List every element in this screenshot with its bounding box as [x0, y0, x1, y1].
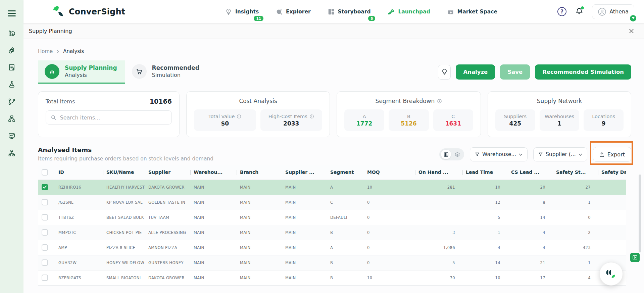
cell-safety_stock: 4 — [553, 270, 598, 285]
cell-branch: MAIN — [237, 180, 282, 195]
column-header-branch[interactable]: Branch — [237, 165, 282, 180]
audit-doc-icon[interactable] — [7, 63, 16, 72]
table-view-toggle[interactable] — [441, 150, 451, 159]
cell-on_hand: 281 — [415, 180, 462, 195]
table-row[interactable]: RZPRIGATSSMALL RIGATONIDAKOTA GROWERMAIN… — [38, 270, 626, 285]
cell-on_hand: 1,086 — [415, 240, 462, 255]
cell-warehouse: MAIN — [190, 225, 237, 240]
insight-board-icon[interactable] — [7, 29, 16, 38]
table-row[interactable]: /G2SNLKP NOVA LOX SALGOLDEN TASTE INMAIN… — [38, 195, 626, 210]
supplier-filter-dropdown[interactable]: Supplier (... — [533, 147, 587, 161]
analyze-button[interactable]: Analyze — [456, 64, 495, 80]
settings-gear-icon[interactable] — [7, 46, 16, 55]
total-items-card: Total Items 10166 — [38, 91, 180, 137]
cell-supplier: AMNON PIZZA — [145, 240, 190, 255]
cell-moq: 10 — [364, 270, 415, 285]
column-header-sku[interactable]: SKU/Name — [103, 165, 145, 180]
org-network-icon[interactable] — [7, 149, 16, 157]
version-branch-icon[interactable] — [7, 97, 16, 106]
nav-launchpad[interactable]: Launchpad — [387, 5, 430, 18]
column-header-warehouse[interactable]: Warehou... — [190, 165, 237, 180]
high-cost-items-tile: High-Cost Items 2033 — [260, 109, 323, 131]
cell-safety_days — [598, 210, 626, 225]
column-header-supplier[interactable]: Supplier — [145, 165, 190, 180]
cell-safety_days — [598, 225, 626, 240]
cell-supplier_branch: MAIN — [282, 180, 327, 195]
column-header-moq[interactable]: MOQ — [364, 165, 415, 180]
column-header-id[interactable]: ID — [55, 165, 103, 180]
row-checkbox[interactable] — [42, 184, 48, 190]
tab-recommended-simulation[interactable]: Recommended Simulation — [125, 60, 207, 84]
cell-supplier: TUV TAAM — [145, 210, 190, 225]
lab-flask-icon[interactable] — [7, 80, 16, 89]
info-icon[interactable] — [437, 99, 442, 104]
table-row[interactable]: TTBTSZBEET SALAD BULKTUV TAAMMAINMAINMAI… — [38, 210, 626, 225]
segment-breakdown-title: Segment Breakdown — [376, 98, 435, 104]
row-checkbox[interactable] — [42, 214, 48, 221]
nav-storyboard[interactable]: Storyboard 5 — [328, 5, 371, 18]
table-header-row: IDSKU/NameSupplierWarehou...BranchSuppli… — [38, 165, 626, 180]
row-checkbox[interactable] — [42, 275, 48, 281]
athena-chat-button[interactable] — [599, 262, 623, 286]
side-panel-toggle-button[interactable] — [630, 253, 640, 262]
items-search[interactable] — [46, 110, 172, 125]
table-row[interactable]: RZHHRO16HEALTHY HARVESTDAKOTA GROWERMAIN… — [38, 180, 626, 195]
main-content: Home Analysis Supply Planning Analysis R… — [23, 39, 644, 293]
export-button[interactable]: Export — [593, 147, 631, 162]
column-header-safety_stock[interactable]: Safety St... — [553, 165, 598, 180]
hierarchy-icon[interactable] — [7, 114, 16, 123]
column-header-lead_time[interactable]: Lead Time — [462, 165, 508, 180]
cell-sku: KP NOVA LOX SAL — [103, 195, 145, 210]
idea-lightbulb-button[interactable] — [438, 65, 451, 80]
warehouse-filter-dropdown[interactable]: Warehouse... — [470, 147, 528, 161]
column-header-cs_lead[interactable]: CS Lead ... — [508, 165, 553, 180]
info-icon[interactable] — [237, 114, 241, 119]
launchpad-rocket-icon — [387, 8, 395, 16]
table-row[interactable]: MMPOTCCHICKEN POT PIEALLE PROCESSINGMAIN… — [38, 225, 626, 240]
cell-safety_stock: 423 — [553, 240, 598, 255]
conversight-logo[interactable]: ConverSight — [52, 5, 125, 18]
column-header-safety_days[interactable]: Safety Da. — [598, 165, 626, 180]
row-checkbox[interactable] — [42, 229, 48, 236]
left-sidebar — [0, 0, 23, 293]
user-menu[interactable]: Athena — [592, 4, 634, 19]
close-icon[interactable] — [629, 29, 634, 34]
table-row[interactable]: AMPPIZZA 8 SLICEAMNON PIZZAMAINMAINMAINA… — [38, 240, 626, 255]
cell-sku: HEALTHY HARVEST — [103, 180, 145, 195]
cell-cs_lead: 20 — [508, 180, 553, 195]
info-icon[interactable] — [309, 114, 314, 119]
cell-id: TTBTSZ — [55, 210, 103, 225]
column-header-on_hand[interactable]: On Hand ... — [415, 165, 462, 180]
search-input[interactable] — [60, 114, 167, 121]
row-checkbox[interactable] — [42, 259, 48, 266]
layers-view-toggle[interactable] — [452, 150, 462, 159]
cell-lead_time: 10 — [462, 180, 508, 195]
cell-warehouse: MAIN — [190, 255, 237, 270]
cell-warehouse: MAIN — [190, 270, 237, 285]
breadcrumb-home[interactable]: Home — [38, 48, 53, 54]
tab-supply-planning-analysis[interactable]: Supply Planning Analysis — [38, 60, 125, 84]
help-icon[interactable]: ? — [557, 7, 566, 16]
view-toggle-group — [439, 148, 464, 160]
presentation-chart-icon[interactable] — [7, 132, 16, 140]
column-header-segment[interactable]: Segment — [327, 165, 364, 180]
select-all-checkbox[interactable] — [42, 169, 48, 176]
chevron-down-icon — [630, 15, 636, 21]
cell-moq: 0 — [364, 240, 415, 255]
row-checkbox[interactable] — [42, 244, 48, 251]
cell-supplier_branch: MAIN — [282, 255, 327, 270]
vertical-scrollbar[interactable] — [639, 175, 641, 252]
notifications-bell-icon[interactable] — [575, 7, 583, 16]
nav-explorer[interactable]: Explorer — [276, 5, 310, 18]
cell-cs_lead: 8 — [508, 195, 553, 210]
nav-market-space[interactable]: Market Space — [447, 5, 497, 18]
save-button[interactable]: Save — [500, 64, 530, 80]
row-checkbox[interactable] — [42, 199, 48, 205]
menu-hamburger-icon[interactable] — [8, 9, 16, 18]
column-header-supplier_branch[interactable]: Supplier ... — [282, 165, 327, 180]
conversight-chat-icon — [605, 268, 617, 280]
nav-insights[interactable]: Insights 11 — [225, 5, 259, 18]
table-row[interactable]: GUH32WHONEY WILDFLOWGUNTERS HONEYMAINMAI… — [38, 255, 626, 270]
recommended-simulation-button[interactable]: Recommended Simulation — [535, 64, 631, 80]
cell-supplier: ALLE PROCESSING — [145, 225, 190, 240]
